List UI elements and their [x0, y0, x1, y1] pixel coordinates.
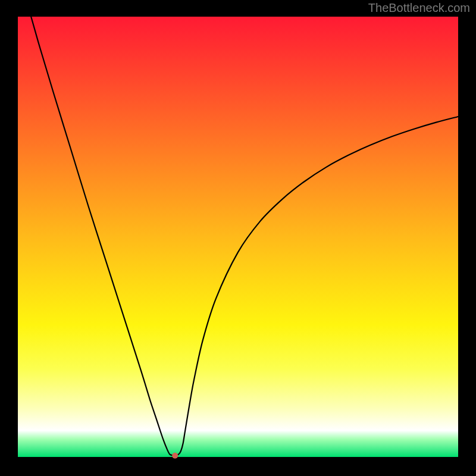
minimum-point-marker	[172, 453, 178, 459]
plot-area	[18, 17, 458, 457]
watermark-text: TheBottleneck.com	[368, 1, 470, 15]
chart-container: TheBottleneck.com	[0, 0, 476, 476]
chart-svg	[18, 17, 458, 457]
bottleneck-curve	[31, 17, 458, 455]
